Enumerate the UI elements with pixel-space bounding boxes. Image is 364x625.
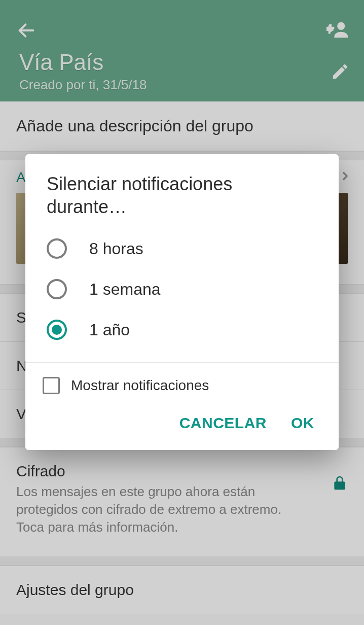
- option-8-hours[interactable]: 8 horas: [25, 228, 339, 269]
- option-1-year[interactable]: 1 año: [25, 309, 339, 350]
- radio-icon: [47, 238, 67, 259]
- dialog-actions: CANCELAR OK: [25, 399, 339, 450]
- show-notifications-row[interactable]: Mostrar notificaciones: [25, 363, 339, 399]
- ok-button[interactable]: OK: [291, 414, 314, 432]
- option-label: 1 año: [89, 321, 130, 339]
- option-label: 8 horas: [89, 239, 143, 258]
- option-label: 1 semana: [89, 280, 161, 299]
- radio-selected-icon: [47, 320, 67, 340]
- dialog-title: Silenciar notificaciones durante…: [25, 154, 339, 222]
- radio-icon: [47, 279, 67, 299]
- dialog-options: 8 horas 1 semana 1 año: [25, 222, 339, 360]
- cancel-button[interactable]: CANCELAR: [179, 414, 267, 432]
- option-1-week[interactable]: 1 semana: [25, 269, 339, 309]
- mute-dialog: Silenciar notificaciones durante… 8 hora…: [25, 154, 339, 450]
- checkbox-icon: [43, 377, 60, 394]
- show-notifications-label: Mostrar notificaciones: [71, 377, 209, 394]
